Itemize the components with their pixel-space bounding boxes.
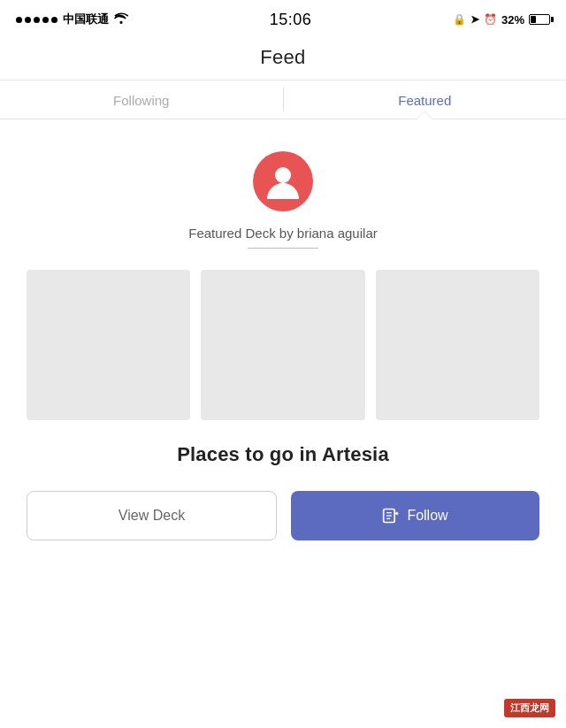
status-left: 中国联通 [16,11,128,27]
battery-icon [529,14,550,25]
tab-following[interactable]: Following [0,80,283,119]
time-display: 15:06 [270,11,312,29]
watermark: 江西龙网 [504,699,555,717]
tab-indicator [417,111,432,119]
image-placeholder-1 [27,270,190,420]
wifi-icon [114,12,128,27]
tab-featured[interactable]: Featured [284,80,567,119]
tab-bar: Following Featured [0,80,566,119]
carrier-text: 中国联通 [63,11,109,27]
main-content: Featured Deck by briana aguilar Places t… [0,119,566,540]
status-right: 🔒 ➤ ⏰ 32% [453,13,550,27]
svg-point-0 [275,167,291,183]
deck-title: Places to go in Artesia [177,443,389,466]
page-title: Feed [0,39,566,80]
follow-icon [382,507,400,525]
view-deck-button[interactable]: View Deck [27,491,277,540]
image-placeholder-2 [201,270,364,420]
featured-deck-label: Featured Deck by briana aguilar [188,226,377,241]
image-grid [27,270,539,420]
alarm-icon: ⏰ [484,13,497,26]
location-icon: ➤ [470,13,479,26]
avatar-container [253,151,313,211]
battery-percent: 32% [501,13,524,27]
status-bar: 中国联通 15:06 🔒 ➤ ⏰ 32% [0,0,566,39]
lock-icon: 🔒 [453,13,466,26]
follow-button[interactable]: Follow [291,491,539,540]
avatar [253,151,313,211]
signal-icon [16,17,57,23]
image-placeholder-3 [376,270,539,420]
person-icon [264,162,302,201]
featured-underline [248,248,318,249]
action-buttons: View Deck Follow [27,491,539,540]
